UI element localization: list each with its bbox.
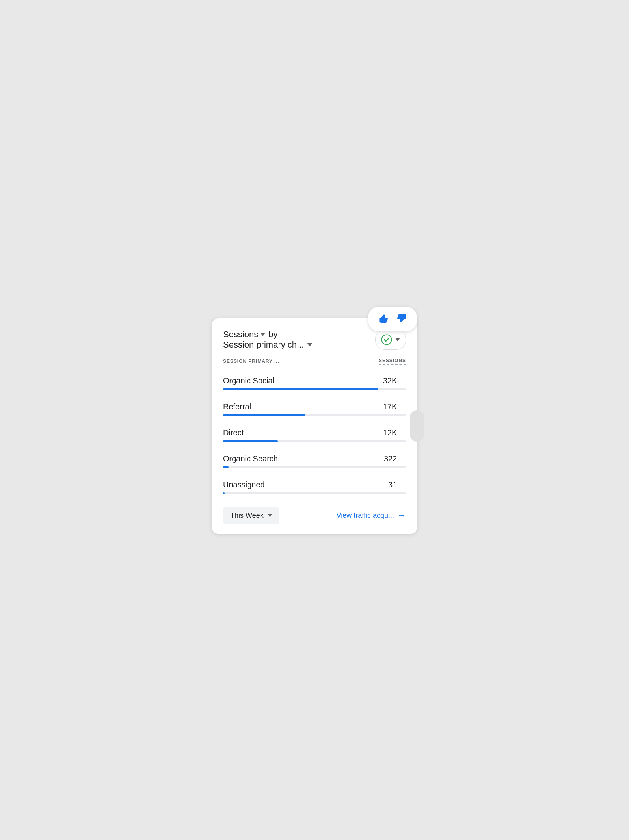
week-dropdown-arrow-icon	[268, 514, 272, 517]
view-link-label: View traffic acqu...	[337, 511, 394, 520]
thumbs-down-button[interactable]	[393, 310, 411, 327]
scroll-handle[interactable]	[410, 410, 424, 442]
row-name-1: Referral	[223, 402, 251, 411]
sessions-label: Sessions	[223, 329, 258, 340]
row-dash-2: -	[403, 428, 406, 437]
row-dash-3: -	[403, 454, 406, 463]
week-selector-button[interactable]: This Week	[223, 507, 279, 524]
status-dropdown-arrow-icon	[395, 338, 400, 341]
row-top-2: Direct 12K -	[223, 428, 406, 437]
bar-fill-0	[223, 388, 378, 390]
row-dash-4: -	[403, 480, 406, 489]
by-label: by	[268, 329, 277, 340]
bar-container-4	[223, 492, 406, 494]
bar-container-3	[223, 466, 406, 468]
row-name-4: Unassigned	[223, 480, 265, 489]
session-primary-label: Session primary ch...	[223, 340, 304, 350]
row-value-0: 32K	[377, 376, 397, 385]
row-values-1: 17K -	[377, 402, 406, 411]
svg-rect-1	[404, 314, 406, 319]
row-top-0: Organic Social 32K -	[223, 376, 406, 385]
row-top-3: Organic Search 322 -	[223, 454, 406, 463]
row-value-2: 12K	[377, 428, 397, 437]
row-value-1: 17K	[377, 402, 397, 411]
week-label: This Week	[230, 511, 264, 520]
col-dimension-label: SESSION PRIMARY ...	[223, 359, 279, 364]
sessions-line: Sessions by	[223, 329, 313, 340]
row-name-3: Organic Search	[223, 454, 278, 463]
bar-fill-3	[223, 466, 229, 468]
svg-rect-0	[379, 318, 381, 322]
table-row: Referral 17K -	[223, 396, 406, 422]
title-group: Sessions by Session primary ch...	[223, 329, 313, 350]
sessions-dropdown-arrow-icon[interactable]	[261, 333, 265, 336]
status-button[interactable]	[375, 329, 406, 350]
row-values-3: 322 -	[377, 454, 406, 463]
feedback-panel	[368, 307, 417, 331]
row-name-2: Direct	[223, 428, 244, 437]
bar-fill-1	[223, 414, 305, 416]
row-values-4: 31 -	[377, 480, 406, 489]
thumbs-up-button[interactable]	[374, 310, 392, 327]
table-row: Organic Social 32K -	[223, 370, 406, 396]
row-top-1: Referral 17K -	[223, 402, 406, 411]
bar-container-1	[223, 414, 406, 416]
table-row: Direct 12K -	[223, 422, 406, 448]
data-table: SESSION PRIMARY ... SESSIONS Organic Soc…	[223, 358, 406, 494]
row-name-0: Organic Social	[223, 376, 274, 385]
col-metric-header: SESSIONS	[379, 358, 406, 365]
row-dash-1: -	[403, 402, 406, 411]
row-values-2: 12K -	[377, 428, 406, 437]
sessions-underline	[379, 364, 406, 365]
bar-container-0	[223, 388, 406, 390]
svg-point-2	[382, 335, 392, 344]
checkmark-icon	[381, 334, 392, 345]
view-traffic-link[interactable]: View traffic acqu... →	[337, 510, 406, 520]
table-row: Unassigned 31 -	[223, 474, 406, 494]
row-value-3: 322	[377, 454, 397, 463]
row-values-0: 32K -	[377, 376, 406, 385]
arrow-right-icon: →	[397, 510, 406, 520]
table-header: SESSION PRIMARY ... SESSIONS	[223, 358, 406, 368]
main-card: Sessions by Session primary ch...	[212, 318, 417, 534]
row-dash-0: -	[403, 376, 406, 385]
card-footer: This Week View traffic acqu... →	[223, 507, 406, 524]
table-rows: Organic Social 32K - Referral 17K -	[223, 370, 406, 494]
bar-fill-2	[223, 440, 278, 442]
session-primary-line: Session primary ch...	[223, 340, 313, 350]
card-header: Sessions by Session primary ch...	[223, 329, 406, 350]
row-value-4: 31	[377, 480, 397, 489]
bar-container-2	[223, 440, 406, 442]
col-metric-label: SESSIONS	[379, 358, 406, 363]
session-primary-arrow-icon[interactable]	[307, 343, 313, 346]
row-top-4: Unassigned 31 -	[223, 480, 406, 489]
table-row: Organic Search 322 -	[223, 448, 406, 474]
bar-fill-4	[223, 492, 225, 494]
